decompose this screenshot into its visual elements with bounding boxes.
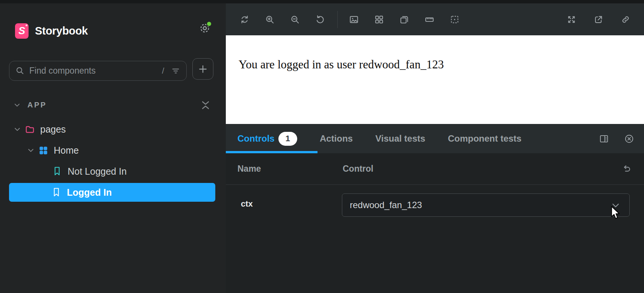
component-grid-icon — [38, 145, 48, 156]
chevron-down-icon — [27, 146, 35, 154]
sidebar: S Storybook / — [0, 0, 226, 293]
tree-item-not-logged-in[interactable]: Not Logged In — [0, 161, 226, 182]
controls-table-header: Name Control — [226, 153, 644, 185]
toolbar-right-group — [549, 15, 630, 24]
story-tree: pages Home Not Logged In Lo — [0, 119, 226, 203]
tree-item-home[interactable]: Home — [0, 140, 226, 161]
create-story-button[interactable] — [192, 58, 213, 80]
section-label: APP — [27, 101, 47, 109]
tree-item-label: Not Logged In — [68, 166, 127, 177]
chevron-down-icon[interactable] — [14, 101, 21, 109]
undo-icon[interactable] — [621, 164, 632, 174]
search-icon — [15, 66, 25, 76]
tree-item-label: pages — [40, 124, 66, 135]
storybook-logo-letter: S — [18, 25, 25, 37]
story-canvas: You are logged in as user redwood_fan_12… — [226, 35, 644, 124]
storybook-app: S Storybook / — [0, 0, 644, 293]
tree-item-label: Logged In — [67, 187, 112, 198]
app-title: Storybook — [35, 25, 88, 37]
zoom-out-icon[interactable] — [290, 15, 300, 24]
search-input[interactable] — [29, 66, 162, 76]
bookmark-icon — [53, 166, 62, 177]
measure-icon[interactable] — [425, 15, 434, 24]
sync-icon[interactable] — [240, 15, 249, 24]
bookmark-icon — [52, 187, 61, 198]
grid-icon[interactable] — [374, 15, 384, 24]
tab-actions[interactable]: Actions — [320, 133, 353, 144]
tab-visual-tests[interactable]: Visual tests — [375, 133, 425, 144]
plus-icon — [198, 64, 208, 74]
chevron-down-icon — [14, 125, 21, 133]
toolbar-separator — [337, 11, 338, 28]
tree-item-label: Home — [54, 145, 79, 156]
notification-dot — [206, 21, 212, 27]
search-shortcut-key: / — [162, 66, 164, 76]
preview-pane: You are logged in as user redwood_fan_12… — [226, 0, 644, 293]
copy-link-icon[interactable] — [621, 15, 630, 24]
zoom-in-icon[interactable] — [265, 15, 275, 24]
tab-controls[interactable]: Controls 1 — [237, 132, 297, 146]
tree-item-logged-in[interactable]: Logged In — [9, 183, 215, 202]
controls-panel: Name Control ctx redwood_fan_123 — [226, 153, 644, 293]
addon-tabbar: Controls 1 Actions Visual tests Componen… — [226, 124, 644, 153]
viewport-icon[interactable] — [399, 15, 409, 24]
chevron-down-icon — [612, 204, 619, 207]
open-new-tab-icon[interactable] — [594, 15, 603, 24]
filter-icon[interactable] — [171, 66, 180, 76]
background-icon[interactable] — [349, 15, 359, 24]
controls-count-badge: 1 — [278, 132, 297, 146]
storybook-logo: S — [15, 23, 29, 39]
folder-icon — [25, 124, 35, 134]
close-panel-icon[interactable] — [624, 134, 634, 144]
window-top-edge — [0, 0, 644, 3]
settings-button[interactable] — [199, 22, 212, 35]
sidebar-section-app: APP — [0, 96, 226, 114]
tree-item-pages[interactable]: pages — [0, 119, 226, 140]
story-output-text: You are logged in as user redwood_fan_12… — [239, 58, 444, 71]
logo-notch — [26, 24, 27, 26]
control-column-header: Control — [343, 164, 373, 174]
ctx-select-value: redwood_fan_123 — [350, 200, 422, 210]
ctx-select[interactable]: redwood_fan_123 — [342, 193, 630, 217]
arg-name: ctx — [241, 199, 253, 209]
tab-component-tests[interactable]: Component tests — [448, 133, 522, 144]
reset-zoom-icon[interactable] — [315, 15, 325, 24]
fullscreen-icon[interactable] — [567, 15, 576, 24]
outline-icon[interactable] — [450, 15, 460, 24]
collapse-all-icon[interactable] — [201, 99, 210, 111]
panel-position-icon[interactable] — [599, 134, 609, 144]
canvas-toolbar — [226, 3, 644, 35]
name-column-header: Name — [237, 164, 261, 174]
search-box[interactable]: / — [9, 61, 187, 81]
tabbar-right-group — [584, 134, 644, 144]
